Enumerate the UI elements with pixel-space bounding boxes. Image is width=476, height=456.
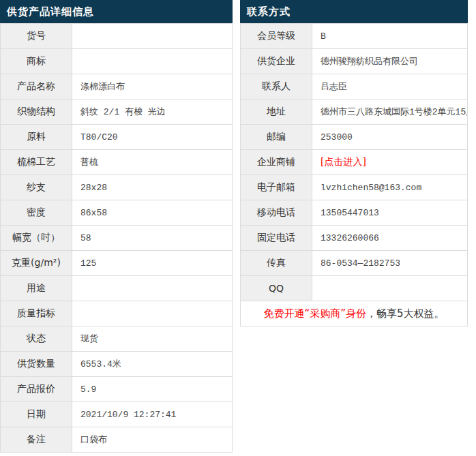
product-detail-table: 货号商标产品名称涤棉漂白布织物结构斜纹 2/1 有梭 光边原料T80/C20梳棉… — [0, 23, 233, 453]
table-row: 织物结构斜纹 2/1 有梭 光边 — [1, 100, 233, 125]
row-label: 状态 — [1, 326, 72, 352]
table-row: 状态现货 — [1, 326, 233, 352]
row-value — [312, 276, 468, 301]
row-label: 克重(g/m²) — [1, 251, 72, 276]
page: 供货产品详细信息 货号商标产品名称涤棉漂白布织物结构斜纹 2/1 有梭 光边原料… — [0, 0, 476, 453]
row-label: 密度 — [1, 200, 72, 226]
row-value: 口袋布 — [72, 427, 233, 453]
table-row: 商标 — [1, 49, 233, 74]
promo-footer-text: ，畅享5大权益。 — [366, 307, 445, 320]
row-value: 德州骏翔纺织品有限公司 — [312, 49, 468, 74]
table-row: 克重(g/m²)125 — [1, 251, 233, 276]
table-row: 产品名称涤棉漂白布 — [1, 74, 233, 100]
table-row: 梳棉工艺普梳 — [1, 150, 233, 175]
row-label: 产品报价 — [1, 377, 72, 402]
row-label: 传真 — [241, 251, 312, 276]
row-value: 德州市三八路东城国际1号楼2单元15层 — [312, 100, 468, 125]
contact-header: 联系方式 — [240, 0, 468, 23]
row-label: 固定电话 — [241, 226, 312, 251]
row-label: 质量指标 — [1, 301, 72, 326]
table-row: 供货企业德州骏翔纺织品有限公司 — [241, 49, 468, 74]
row-label: 地址 — [241, 100, 312, 125]
table-row: 联系人吕志臣 — [241, 74, 468, 100]
row-label: 织物结构 — [1, 100, 72, 125]
row-label: 商标 — [1, 49, 72, 74]
table-row: 企业商铺[点击进入] — [241, 150, 468, 175]
row-label: QQ — [241, 276, 312, 301]
table-row: 货号 — [1, 24, 233, 49]
row-label: 原料 — [1, 125, 72, 150]
row-value: 普梳 — [72, 150, 233, 175]
row-label: 移动电话 — [241, 200, 312, 226]
table-row: 原料T80/C20 — [1, 125, 233, 150]
row-value — [72, 24, 233, 49]
table-row: 纱支28x28 — [1, 175, 233, 200]
table-row: 密度86x58 — [1, 200, 233, 226]
row-value: 吕志臣 — [312, 74, 468, 100]
table-row: 移动电话13505447013 — [241, 200, 468, 226]
table-row: 固定电话13326260066 — [241, 226, 468, 251]
table-row: 邮编253000 — [241, 125, 468, 150]
row-value: 28x28 — [72, 175, 233, 200]
row-value: 86x58 — [72, 200, 233, 226]
product-detail-panel: 供货产品详细信息 货号商标产品名称涤棉漂白布织物结构斜纹 2/1 有梭 光边原料… — [0, 0, 233, 453]
row-value: 86-0534—2182753 — [312, 251, 468, 276]
row-value: 125 — [72, 251, 233, 276]
table-row: 会员等级B — [241, 24, 468, 49]
table-row: 传真86-0534—2182753 — [241, 251, 468, 276]
row-value: 现货 — [72, 326, 233, 352]
product-detail-header: 供货产品详细信息 — [0, 0, 233, 23]
row-value: 58 — [72, 226, 233, 251]
row-label: 用途 — [1, 276, 72, 301]
row-label: 纱支 — [1, 175, 72, 200]
table-row: 产品报价5.9 — [1, 377, 233, 402]
row-label: 供货企业 — [241, 49, 312, 74]
row-label: 联系人 — [241, 74, 312, 100]
table-row: 日期2021/10/9 12:27:41 — [1, 402, 233, 427]
table-row: 用途 — [1, 276, 233, 301]
row-value: T80/C20 — [72, 125, 233, 150]
row-label: 电子邮箱 — [241, 175, 312, 200]
row-value: 13326260066 — [312, 226, 468, 251]
row-label: 会员等级 — [241, 24, 312, 49]
row-value: lvzhichen58@163.com — [312, 175, 468, 200]
row-label: 日期 — [1, 402, 72, 427]
row-value: 253000 — [312, 125, 468, 150]
row-value: 5.9 — [72, 377, 233, 402]
table-row: 幅宽（吋）58 — [1, 226, 233, 251]
row-value: B — [312, 24, 468, 49]
promo-footer-cell: 免费开通“采购商”身份，畅享5大权益。 — [241, 301, 468, 326]
row-label: 货号 — [1, 24, 72, 49]
promo-footer-row: 免费开通“采购商”身份，畅享5大权益。 — [241, 301, 468, 326]
row-value — [72, 276, 233, 301]
row-label: 梳棉工艺 — [1, 150, 72, 175]
row-value: 斜纹 2/1 有梭 光边 — [72, 100, 233, 125]
row-value: 6553.4米 — [72, 352, 233, 377]
row-label: 邮编 — [241, 125, 312, 150]
contact-table: 会员等级B供货企业德州骏翔纺织品有限公司联系人吕志臣地址德州市三八路东城国际1号… — [240, 23, 468, 326]
row-value: 13505447013 — [312, 200, 468, 226]
table-row: 电子邮箱lvzhichen58@163.com — [241, 175, 468, 200]
row-label: 产品名称 — [1, 74, 72, 100]
table-row: 备注口袋布 — [1, 427, 233, 453]
buyer-signup-link[interactable]: 免费开通“采购商”身份 — [263, 307, 366, 320]
row-value: 涤棉漂白布 — [72, 74, 233, 100]
row-value — [72, 49, 233, 74]
row-value: [点击进入] — [312, 150, 468, 175]
row-label: 企业商铺 — [241, 150, 312, 175]
table-row: 供货数量6553.4米 — [1, 352, 233, 377]
row-label: 供货数量 — [1, 352, 72, 377]
contact-panel: 联系方式 会员等级B供货企业德州骏翔纺织品有限公司联系人吕志臣地址德州市三八路东… — [240, 0, 468, 326]
table-row: 地址德州市三八路东城国际1号楼2单元15层 — [241, 100, 468, 125]
table-row: 质量指标 — [1, 301, 233, 326]
row-label: 备注 — [1, 427, 72, 453]
row-value — [72, 301, 233, 326]
row-label: 幅宽（吋） — [1, 226, 72, 251]
shop-enter-link[interactable]: [点击进入] — [321, 156, 366, 167]
table-row: QQ — [241, 276, 468, 301]
row-value: 2021/10/9 12:27:41 — [72, 402, 233, 427]
